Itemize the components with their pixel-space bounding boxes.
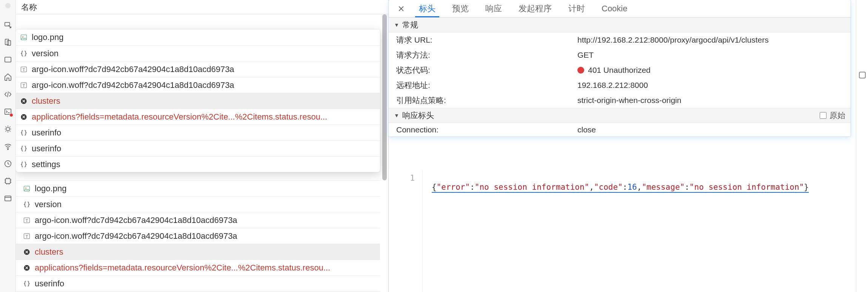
tab-5[interactable]: Cookie bbox=[593, 0, 636, 17]
headers-card: 标头预览响应发起程序计时Cookie ▼ 常规 请求 URL: http://1… bbox=[389, 0, 851, 137]
request-row[interactable]: userinfo bbox=[16, 124, 380, 140]
section-general[interactable]: ▼ 常规 bbox=[389, 17, 851, 32]
request-name: applications?fields=metadata.resourceVer… bbox=[32, 112, 327, 122]
request-name: version bbox=[35, 200, 62, 209]
request-row[interactable]: logo.png bbox=[16, 180, 380, 196]
response-body: 1 {"error":"no session information","cod… bbox=[389, 174, 856, 202]
request-row[interactable]: applications?fields=metadata.resourceVer… bbox=[16, 260, 380, 275]
request-name: applications?fields=metadata.resourceVer… bbox=[35, 263, 330, 273]
request-row[interactable]: argo-icon.woff?dc7d942cb67a42904c1a8d10a… bbox=[16, 77, 380, 93]
request-name: settings bbox=[32, 160, 60, 169]
image-icon bbox=[23, 184, 31, 193]
details-tabs: 标头预览响应发起程序计时Cookie bbox=[389, 0, 851, 17]
request-name: clusters bbox=[32, 96, 60, 106]
column-header-name[interactable]: 名称 bbox=[16, 0, 388, 14]
devtools-left-rail bbox=[0, 0, 16, 292]
json-icon bbox=[20, 144, 28, 153]
request-name: clusters bbox=[35, 247, 63, 257]
tab-3[interactable]: 发起程序 bbox=[510, 0, 560, 17]
request-row[interactable]: logo.png bbox=[16, 29, 380, 45]
performance-icon[interactable] bbox=[3, 159, 12, 168]
elements-icon[interactable] bbox=[3, 55, 12, 64]
request-row[interactable]: version bbox=[16, 196, 380, 212]
json-icon bbox=[20, 160, 28, 169]
kv-referrer-policy: 引用站点策略: strict-origin-when-cross-origin bbox=[389, 93, 851, 108]
request-name: userinfo bbox=[32, 128, 61, 138]
json-icon bbox=[20, 49, 28, 58]
section-response-headers[interactable]: ▼ 响应标头 原始 bbox=[389, 108, 851, 123]
status-dot-icon bbox=[577, 67, 584, 74]
raw-checkbox[interactable] bbox=[820, 112, 826, 119]
json-icon bbox=[20, 129, 28, 137]
request-row[interactable]: clusters bbox=[16, 244, 380, 260]
home-icon[interactable] bbox=[3, 72, 12, 81]
toggle-drawer-icon[interactable] bbox=[859, 72, 866, 78]
disclosure-triangle-icon: ▼ bbox=[394, 22, 399, 28]
request-name: userinfo bbox=[32, 144, 61, 154]
font-icon bbox=[20, 65, 28, 74]
request-details-panel: 1 {"error":"no session information","cod… bbox=[389, 0, 856, 292]
font-icon bbox=[20, 81, 28, 89]
scrollbar-thumb[interactable] bbox=[382, 14, 387, 180]
request-row[interactable]: settings bbox=[16, 156, 380, 172]
request-row[interactable]: userinfo bbox=[16, 275, 380, 291]
kv-status-code: 状态代码: 401 Unauthorized bbox=[389, 63, 851, 78]
image-icon bbox=[20, 33, 28, 41]
request-row[interactable]: argo-icon.woff?dc7d942cb67a42904c1a8d10a… bbox=[16, 61, 380, 77]
tab-4[interactable]: 计时 bbox=[560, 0, 593, 17]
request-name: argo-icon.woff?dc7d942cb67a42904c1a8d10a… bbox=[32, 80, 234, 90]
font-icon bbox=[23, 232, 31, 240]
sources-icon[interactable] bbox=[3, 90, 12, 99]
request-name: version bbox=[32, 49, 58, 58]
error-icon bbox=[20, 97, 28, 105]
console-icon[interactable] bbox=[3, 107, 12, 116]
inspect-icon[interactable] bbox=[3, 20, 12, 29]
svg-rect-1 bbox=[5, 39, 8, 45]
request-name: argo-icon.woff?dc7d942cb67a42904c1a8d10a… bbox=[35, 231, 237, 241]
font-icon bbox=[23, 216, 31, 224]
tab-2[interactable]: 响应 bbox=[477, 0, 510, 17]
request-name: argo-icon.woff?dc7d942cb67a42904c1a8d10a… bbox=[35, 215, 237, 225]
request-row[interactable]: userinfo bbox=[16, 140, 380, 156]
kv-request-url: 请求 URL: http://192.168.2.212:8000/proxy/… bbox=[389, 32, 851, 48]
error-icon bbox=[23, 264, 31, 272]
json-icon bbox=[23, 200, 31, 209]
disclosure-triangle-icon: ▼ bbox=[394, 112, 399, 118]
request-row[interactable]: argo-icon.woff?dc7d942cb67a42904c1a8d10a… bbox=[16, 212, 380, 228]
devtools-right-rail bbox=[856, 0, 868, 292]
error-icon bbox=[20, 113, 28, 121]
application-icon[interactable] bbox=[3, 194, 12, 203]
svg-rect-9 bbox=[5, 196, 11, 201]
raw-toggle[interactable]: 原始 bbox=[820, 110, 845, 121]
kv-connection: Connection: close bbox=[389, 123, 851, 137]
device-icon[interactable] bbox=[3, 38, 12, 47]
json-icon bbox=[23, 280, 31, 288]
request-list-bg: logo.pngversionargo-icon.woff?dc7d942cb6… bbox=[16, 180, 380, 292]
scrollbar-track[interactable] bbox=[383, 14, 388, 233]
response-line-number: 1 bbox=[396, 174, 423, 202]
tab-1[interactable]: 预览 bbox=[444, 0, 477, 17]
network-request-list: 名称 logo.pngversionargo-icon.woff?dc7d942… bbox=[16, 0, 389, 292]
request-name: logo.png bbox=[35, 184, 66, 194]
tab-0[interactable]: 标头 bbox=[411, 0, 444, 17]
kv-request-method: 请求方法: GET bbox=[389, 48, 851, 63]
request-row[interactable]: applications?fields=metadata.resourceVer… bbox=[16, 109, 380, 124]
request-name: logo.png bbox=[32, 32, 63, 42]
svg-point-5 bbox=[6, 127, 9, 131]
request-row[interactable]: clusters bbox=[16, 93, 380, 109]
request-name: userinfo bbox=[35, 279, 64, 289]
kv-remote-address: 远程地址: 192.168.2.212:8000 bbox=[389, 78, 851, 93]
memory-icon[interactable] bbox=[3, 177, 12, 186]
request-list-popup: logo.pngversionargo-icon.woff?dc7d942cb6… bbox=[16, 29, 380, 172]
svg-rect-3 bbox=[5, 57, 11, 62]
svg-rect-0 bbox=[5, 23, 9, 26]
request-name: argo-icon.woff?dc7d942cb67a42904c1a8d10a… bbox=[32, 65, 234, 74]
network-icon[interactable] bbox=[3, 142, 12, 151]
request-row[interactable]: version bbox=[16, 45, 380, 61]
close-icon[interactable] bbox=[392, 0, 411, 17]
request-row[interactable]: argo-icon.woff?dc7d942cb67a42904c1a8d10a… bbox=[16, 228, 380, 244]
svg-rect-8 bbox=[5, 179, 10, 184]
svg-point-6 bbox=[7, 149, 8, 149]
response-json[interactable]: {"error":"no session information","code"… bbox=[423, 174, 809, 202]
debugger-icon[interactable] bbox=[3, 124, 12, 134]
